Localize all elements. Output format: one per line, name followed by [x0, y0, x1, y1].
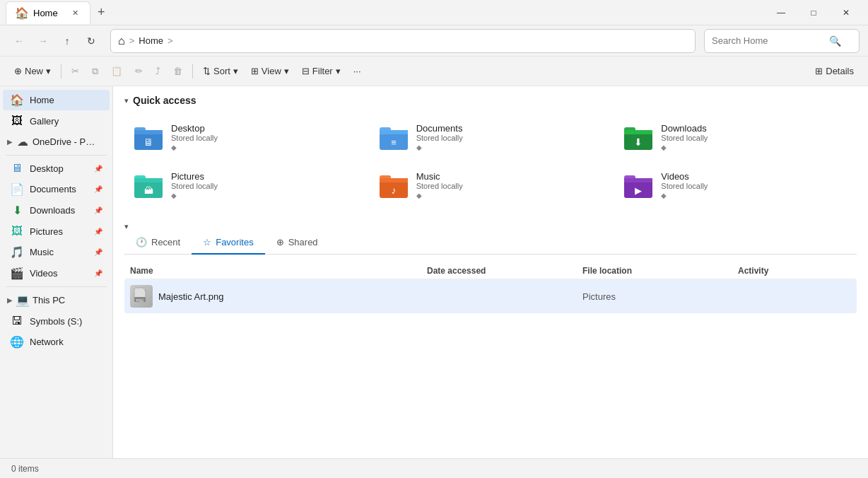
desktop-sidebar-icon: 🖥: [10, 162, 24, 175]
close-button[interactable]: ✕: [830, 1, 862, 24]
sidebar-symbols-label: Symbols (S:): [30, 316, 102, 327]
sidebar-expand-onedrive[interactable]: ▶ ☁ OneDrive - Perso...: [0, 132, 112, 152]
qa-item-downloads[interactable]: ⬇ Downloads Stored locally ◆: [614, 115, 857, 160]
qa-pictures-pin: ◆: [171, 192, 218, 199]
sort-icon: ⇅: [203, 66, 211, 76]
sidebar-item-downloads[interactable]: ⬇ Downloads 📌: [3, 200, 110, 221]
qa-item-documents[interactable]: ≡ Documents Stored locally ◆: [370, 115, 612, 160]
qa-music-pin: ◆: [416, 192, 463, 199]
file-icon: PNG: [130, 285, 153, 308]
file-tabs-collapse[interactable]: ▾: [124, 222, 129, 231]
file-tabs-section-header: ▾: [124, 222, 857, 231]
view-arrow-icon: ▾: [284, 66, 289, 76]
sidebar-item-desktop[interactable]: 🖥 Desktop 📌: [3, 158, 110, 178]
refresh-button[interactable]: ↻: [81, 30, 102, 52]
share-button[interactable]: ⤴: [150, 62, 166, 80]
documents-sidebar-icon: 📄: [10, 182, 24, 196]
view-button[interactable]: ⊞ View ▾: [245, 62, 295, 80]
onedrive-icon: ☁: [16, 135, 30, 148]
search-box[interactable]: 🔍: [704, 29, 860, 53]
qa-item-desktop[interactable]: 🖥 Desktop Stored locally ◆: [124, 115, 367, 160]
tab-favorites[interactable]: ☆ Favorites: [192, 231, 264, 255]
desktop-pin-icon: 📌: [94, 165, 102, 173]
new-tab-button[interactable]: +: [93, 5, 110, 20]
details-button[interactable]: ⊞ Details: [809, 62, 860, 80]
sidebar-item-videos[interactable]: 🎬 Videos 📌: [3, 263, 110, 284]
qa-downloads-sub: Stored locally: [661, 134, 708, 142]
main-layout: 🏠 Home 🖼 Gallery ▶ ☁ OneDrive - Perso...…: [0, 86, 868, 458]
quick-access-title: Quick access: [133, 95, 197, 106]
quick-access-collapse[interactable]: ▾: [124, 96, 129, 105]
sidebar-expand-thispc[interactable]: ▶ 💻 This PC: [0, 290, 112, 310]
filter-label: Filter: [312, 66, 333, 76]
sidebar-item-symbols[interactable]: 🖫 Symbols (S:): [3, 311, 110, 331]
svg-rect-6: [380, 130, 408, 134]
rename-icon: ✏: [135, 66, 143, 76]
sidebar-item-home[interactable]: 🏠 Home: [3, 90, 110, 110]
qa-item-pictures[interactable]: 🏔 Pictures Stored locally ◆: [124, 163, 367, 208]
videos-sidebar-icon: 🎬: [10, 267, 24, 280]
toolbar-separator-1: [61, 64, 61, 78]
sort-label: Sort: [213, 66, 230, 76]
qa-desktop-info: Desktop Stored locally ◆: [171, 123, 218, 151]
status-bar: 0 items: [0, 458, 868, 478]
tab-shared[interactable]: ⊕ Shared: [265, 231, 329, 255]
qa-documents-pin: ◆: [416, 144, 463, 151]
file-table: Name Date accessed File location Activit…: [124, 263, 857, 313]
svg-rect-10: [624, 130, 652, 134]
qa-music-icon-wrap: ♪: [378, 170, 409, 201]
sidebar-item-network[interactable]: 🌐 Network: [3, 332, 110, 352]
cut-button[interactable]: ✂: [66, 62, 85, 80]
items-count: 0 items: [11, 464, 39, 474]
paste-button[interactable]: 📋: [105, 62, 128, 80]
qa-desktop-icon-wrap: 🖥: [133, 122, 164, 153]
table-row[interactable]: PNG Majestic Art.png Pictures: [124, 279, 857, 313]
qa-music-sub: Stored locally: [416, 182, 463, 190]
delete-button[interactable]: 🗑: [168, 62, 188, 80]
sidebar-videos-label: Videos: [30, 268, 88, 279]
home-tab[interactable]: 🏠 Home ✕: [6, 1, 90, 24]
details-panel-icon: ⊞: [815, 66, 823, 76]
sidebar-gallery-label: Gallery: [30, 116, 102, 127]
minimize-button[interactable]: —: [765, 1, 797, 24]
qa-item-videos[interactable]: ▶ Videos Stored locally ◆: [614, 163, 857, 208]
sort-button[interactable]: ⇅ Sort ▾: [197, 62, 244, 80]
recent-tab-label: Recent: [151, 237, 180, 247]
up-button[interactable]: ↑: [57, 30, 78, 52]
sidebar-item-gallery[interactable]: 🖼 Gallery: [3, 111, 110, 131]
new-button[interactable]: ⊕ New ▾: [8, 62, 57, 80]
favorites-tab-label: Favorites: [216, 237, 253, 247]
new-plus-icon: ⊕: [14, 66, 22, 76]
qa-desktop-sub: Stored locally: [171, 134, 218, 142]
file-name-text: Majestic Art.png: [158, 291, 224, 302]
rename-button[interactable]: ✏: [129, 62, 148, 80]
home-icon: ⌂: [118, 35, 125, 47]
png-file-icon: PNG: [131, 286, 151, 306]
search-input[interactable]: [712, 35, 825, 46]
back-button[interactable]: ←: [8, 30, 30, 52]
gallery-sidebar-icon: 🖼: [10, 115, 24, 127]
tab-close-button[interactable]: ✕: [69, 7, 81, 19]
sidebar-item-documents[interactable]: 📄 Documents 📌: [3, 179, 110, 199]
documents-pin-icon: 📌: [94, 185, 102, 193]
forward-button[interactable]: →: [33, 30, 54, 52]
address-bar[interactable]: ⌂ > Home >: [110, 29, 696, 53]
svg-rect-2: [134, 130, 163, 134]
music-sidebar-icon: 🎵: [10, 245, 24, 259]
breadcrumb-home: Home: [139, 35, 163, 46]
qa-item-music[interactable]: ♪ Music Stored locally ◆: [370, 163, 612, 208]
recent-icon: 🕐: [136, 237, 147, 247]
sidebar-item-pictures[interactable]: 🖼 Pictures 📌: [3, 221, 110, 241]
sidebar-item-music[interactable]: 🎵 Music 📌: [3, 242, 110, 262]
music-folder-icon: ♪: [378, 170, 409, 201]
breadcrumb-sep-1: >: [129, 35, 135, 46]
copy-button[interactable]: ⧉: [86, 62, 104, 81]
svg-text:🖥: 🖥: [143, 136, 153, 148]
file-table-header: Name Date accessed File location Activit…: [124, 263, 857, 279]
maximize-button[interactable]: □: [797, 1, 830, 24]
more-button[interactable]: ···: [348, 62, 367, 80]
view-label: View: [262, 66, 281, 76]
filter-button[interactable]: ⊟ Filter ▾: [296, 62, 346, 80]
tab-recent[interactable]: 🕐 Recent: [124, 231, 192, 255]
toolbar-separator-2: [192, 64, 193, 78]
